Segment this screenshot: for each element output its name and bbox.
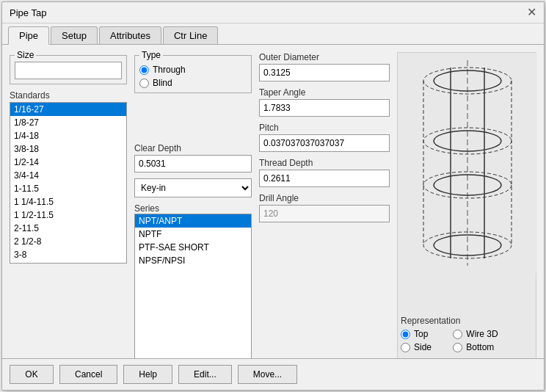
help-button[interactable]: Help <box>123 365 172 384</box>
outer-diameter-input[interactable] <box>259 64 390 81</box>
list-item[interactable]: NPSF/NPSI <box>135 254 251 267</box>
list-item[interactable]: 2 1/2-8 <box>10 235 126 248</box>
standards-section: Standards 1/16-27 1/8-27 1/4-18 3/8-18 1… <box>10 90 127 264</box>
list-item[interactable]: 1/8-27 <box>10 116 126 129</box>
edit-button[interactable]: Edit... <box>178 365 232 384</box>
pipe-tap-dialog: Pipe Tap ✕ Pipe Setup Attributes Ctr Lin… <box>1 1 545 391</box>
cancel-button[interactable]: Cancel <box>59 365 117 384</box>
list-item[interactable]: 1/2-14 <box>10 156 126 169</box>
size-group: Size <box>10 55 127 84</box>
list-item[interactable]: PTF-SAE SHORT <box>135 241 251 254</box>
dialog-title: Pipe Tap <box>10 7 46 18</box>
representation-section: Representation Top Wire 3D Side <box>401 316 498 352</box>
outer-diameter-group: Outer Diameter <box>259 52 390 81</box>
right-panel: Outer Diameter Taper Angle Pitch Thread … <box>259 52 390 359</box>
thread-depth-label: Thread Depth <box>259 158 390 168</box>
clear-depth-group: Clear Depth <box>134 143 252 173</box>
list-item[interactable]: 2-11.5 <box>10 222 126 235</box>
pitch-group: Pitch <box>259 123 390 152</box>
thread-depth-group: Thread Depth <box>259 158 390 187</box>
standards-label: Standards <box>10 90 127 101</box>
outer-diameter-label: Outer Diameter <box>259 52 390 62</box>
left-panel: Size Standards 1/16-27 1/8-27 1/4-18 3/8… <box>10 52 127 359</box>
series-list[interactable]: NPT/ANPT NPTF PTF-SAE SHORT NPSF/NPSI <box>134 214 252 359</box>
list-item[interactable]: 1 1/2-11.5 <box>10 208 126 222</box>
taper-angle-group: Taper Angle <box>259 87 390 117</box>
close-button[interactable]: ✕ <box>527 7 536 18</box>
rep-wire3d-label: Wire 3D <box>466 329 498 339</box>
taper-angle-label: Taper Angle <box>259 87 390 98</box>
tab-attributes[interactable]: Attributes <box>99 26 161 44</box>
pitch-label: Pitch <box>259 123 390 133</box>
drill-angle-group: Drill Angle <box>259 193 390 222</box>
thread-depth-input[interactable] <box>259 170 390 187</box>
rep-bottom-radio[interactable]: Bottom <box>453 342 498 352</box>
clear-depth-label: Clear Depth <box>134 143 252 153</box>
tab-bar: Pipe Setup Attributes Ctr Line <box>2 23 544 45</box>
move-button[interactable]: Move... <box>238 365 297 384</box>
type-group: Type Through Blind <box>134 55 252 93</box>
representation-label: Representation <box>401 316 498 326</box>
tab-ctr-line[interactable]: Ctr Line <box>163 26 219 44</box>
list-item[interactable]: 1-11.5 <box>10 182 126 195</box>
rep-top-radio[interactable]: Top <box>401 329 445 339</box>
list-item[interactable]: 3/8-18 <box>10 142 126 156</box>
size-label: Size <box>15 50 36 60</box>
tab-pipe[interactable]: Pipe <box>8 26 49 45</box>
preview-svg <box>398 53 537 273</box>
rep-side-label: Side <box>414 342 432 352</box>
dialog-content: Size Standards 1/16-27 1/8-27 1/4-18 3/8… <box>2 45 544 366</box>
list-item[interactable]: 3/4-14 <box>10 169 126 182</box>
list-item[interactable]: 1/16-27 <box>10 103 126 116</box>
drill-angle-input <box>259 205 390 222</box>
rep-wire3d-radio[interactable]: Wire 3D <box>453 329 498 339</box>
ok-button[interactable]: OK <box>10 365 54 384</box>
preview-panel: Representation Top Wire 3D Side <box>397 52 536 359</box>
type-label: Type <box>139 50 163 60</box>
series-label: Series <box>134 203 252 214</box>
pitch-input[interactable] <box>259 134 390 152</box>
list-item[interactable]: 1/4-18 <box>10 129 126 142</box>
rep-top-label: Top <box>414 329 428 339</box>
middle-panel: Type Through Blind Clear Depth <box>134 52 252 359</box>
through-radio[interactable]: Through <box>139 65 247 75</box>
list-item[interactable]: 3-8 <box>10 248 126 261</box>
representation-grid: Top Wire 3D Side Bottom <box>401 329 498 352</box>
rep-side-radio[interactable]: Side <box>401 342 445 352</box>
series-section: Series NPT/ANPT NPTF PTF-SAE SHORT NPSF/… <box>134 203 252 359</box>
standards-list[interactable]: 1/16-27 1/8-27 1/4-18 3/8-18 1/2-14 3/4-… <box>10 102 127 264</box>
rep-bottom-label: Bottom <box>466 342 494 352</box>
title-bar: Pipe Tap ✕ <box>2 2 544 23</box>
list-item[interactable]: NPT/ANPT <box>135 214 251 228</box>
taper-angle-input[interactable] <box>259 99 390 117</box>
through-label: Through <box>153 65 186 75</box>
type-radio-group: Through Blind <box>139 62 247 88</box>
footer: OK Cancel Help Edit... Move... <box>2 358 544 390</box>
list-item[interactable]: NPTF <box>135 228 251 241</box>
blind-label: Blind <box>153 78 172 88</box>
size-input[interactable] <box>15 62 122 79</box>
drill-angle-label: Drill Angle <box>259 193 390 203</box>
blind-radio[interactable]: Blind <box>139 78 247 88</box>
clear-depth-dropdown[interactable]: Key-in Full Custom <box>134 178 252 197</box>
tab-setup[interactable]: Setup <box>51 26 98 44</box>
clear-depth-input[interactable] <box>134 155 252 173</box>
list-item[interactable]: 1 1/4-11.5 <box>10 195 126 208</box>
